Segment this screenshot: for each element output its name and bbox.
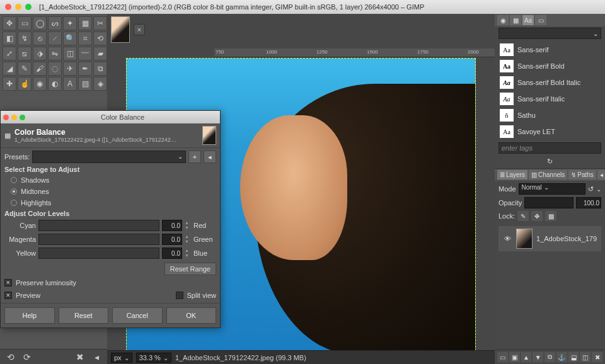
cancel-button[interactable]: Cancel — [112, 307, 163, 324]
perspective-tool-icon[interactable]: ⬗ — [33, 47, 47, 60]
split-view-checkbox[interactable]: Split view — [176, 290, 216, 300]
pencil-tool-icon[interactable]: ✎ — [18, 62, 32, 76]
reset-button[interactable]: Reset — [59, 307, 109, 324]
font-row[interactable]: ñSathu — [498, 107, 601, 123]
font-row[interactable]: AaSans-serif Bold — [498, 58, 601, 74]
spinner-icon[interactable]: ▲▼ — [185, 248, 191, 258]
text-tool-icon[interactable]: A — [63, 77, 77, 91]
crop-tool-icon[interactable]: ⌗ — [78, 31, 92, 45]
new-layer-group-icon[interactable]: ▣ — [509, 352, 520, 362]
undo-icon[interactable]: ⟲ — [5, 351, 16, 363]
redo-icon[interactable]: ⟳ — [21, 351, 33, 363]
rect-select-tool-icon[interactable]: ▭ — [18, 16, 32, 30]
zoom-window-icon[interactable] — [25, 4, 32, 10]
chevron-down-icon[interactable] — [596, 185, 601, 193]
reset-range-button[interactable]: Reset Range — [164, 263, 216, 275]
scale-tool-icon[interactable]: ⤢ — [3, 47, 16, 60]
gradient-tool-icon[interactable]: ◢ — [3, 62, 16, 76]
dialog-zoom-icon[interactable] — [20, 115, 25, 120]
yellow-blue-value[interactable] — [162, 247, 182, 259]
ink-tool-icon[interactable]: ✒ — [78, 62, 92, 76]
foreground-select-tool-icon[interactable]: ◧ — [3, 31, 16, 45]
dialog-close-icon[interactable] — [3, 115, 9, 120]
new-layer-icon[interactable]: ▭ — [497, 352, 508, 362]
range-highlights-radio[interactable]: Highlights — [4, 198, 216, 207]
lock-alpha-icon[interactable]: ▩ — [545, 211, 556, 221]
visibility-toggle-icon[interactable]: 👁 — [502, 234, 512, 244]
documents-tab-icon[interactable]: ▭ — [535, 15, 546, 25]
spinner-icon[interactable]: ▲▼ — [185, 220, 191, 230]
mode-reset-icon[interactable]: ↺ — [588, 185, 594, 193]
eraser-tool-icon[interactable]: ◌ — [48, 62, 62, 76]
measure-tool-icon[interactable]: ⟋ — [48, 31, 62, 45]
merge-layer-icon[interactable]: ⬓ — [568, 352, 579, 362]
help-button[interactable]: Help — [4, 307, 55, 324]
mode-select[interactable]: Normal — [519, 183, 585, 195]
move-tool-icon[interactable]: ✥ — [3, 16, 16, 30]
by-color-select-tool-icon[interactable]: ▦ — [78, 16, 92, 30]
dialog-titlebar[interactable]: Color Balance — [1, 111, 220, 123]
preserve-luminosity-checkbox[interactable]: ✕Preserve luminosity — [4, 278, 216, 288]
layer-row[interactable]: 👁 1_AdobeStock_179 — [498, 226, 601, 251]
presets-select[interactable] — [32, 151, 186, 163]
dialog-minimize-icon[interactable] — [11, 115, 17, 120]
close-window-icon[interactable] — [5, 4, 11, 10]
cyan-red-slider[interactable] — [38, 220, 159, 231]
fonts-tab-icon[interactable]: Aa — [522, 15, 534, 25]
smudge-tool-icon[interactable]: ☝ — [18, 77, 32, 91]
flip-tool-icon[interactable]: ⇋ — [48, 47, 62, 60]
delete-icon[interactable]: ✖ — [74, 351, 86, 363]
paths-tab[interactable]: ↯Paths — [568, 170, 596, 179]
airbrush-tool-icon[interactable]: ✈ — [63, 62, 77, 76]
dock-menu-icon[interactable]: ◂ — [91, 351, 102, 363]
shear-tool-icon[interactable]: ⧅ — [18, 47, 32, 60]
paths-tool-icon[interactable]: ↯ — [18, 31, 32, 45]
align-tool-icon[interactable]: ▤ — [78, 77, 92, 91]
scissors-tool-icon[interactable]: ✂ — [93, 16, 107, 30]
preset-menu-icon[interactable]: ◂ — [204, 151, 216, 163]
ok-button[interactable]: OK — [166, 307, 217, 324]
brushes-tab-icon[interactable]: ◉ — [497, 15, 509, 25]
channels-tab[interactable]: ▥Channels — [529, 170, 567, 179]
font-row[interactable]: AaSavoye LET — [498, 123, 601, 140]
opacity-slider[interactable] — [524, 197, 573, 208]
range-midtones-radio[interactable]: Midtones — [4, 187, 216, 196]
warp-tool-icon[interactable]: 〰 — [78, 47, 92, 60]
cage-tool-icon[interactable]: ◫ — [63, 47, 77, 60]
cyan-red-value[interactable] — [162, 220, 182, 231]
fuzzy-select-tool-icon[interactable]: ✦ — [63, 16, 77, 30]
paintbrush-tool-icon[interactable]: 🖌 — [33, 62, 47, 76]
free-select-tool-icon[interactable]: ᔕ — [48, 16, 62, 30]
duplicate-layer-icon[interactable]: ⧉ — [544, 352, 555, 362]
unified-transform-tool-icon[interactable]: ◈ — [93, 77, 107, 91]
blur-tool-icon[interactable]: ◉ — [33, 77, 47, 91]
minimize-window-icon[interactable] — [15, 4, 21, 10]
spinner-icon[interactable]: ▲▼ — [185, 234, 191, 244]
anchor-layer-icon[interactable]: ⚓ — [556, 352, 567, 362]
font-row[interactable]: AaSans-serif — [498, 42, 601, 58]
clone-tool-icon[interactable]: ⧉ — [93, 62, 107, 76]
ellipse-select-tool-icon[interactable]: ◯ — [33, 16, 47, 30]
preview-checkbox[interactable]: ✕Preview — [4, 290, 40, 300]
raise-layer-icon[interactable]: ▲ — [521, 352, 532, 362]
image-tab-thumbnail[interactable] — [111, 16, 130, 43]
dock-menu-icon[interactable]: ◂ — [597, 170, 605, 179]
opacity-value[interactable] — [576, 197, 601, 208]
mask-layer-icon[interactable]: ◫ — [580, 352, 591, 362]
image-tab-close-icon[interactable]: × — [134, 24, 145, 35]
rotate-tool-icon[interactable]: ⟲ — [93, 31, 107, 45]
patterns-tab-icon[interactable]: ▦ — [510, 15, 521, 25]
font-row[interactable]: AaSans-serif Bold Italic — [498, 74, 601, 91]
bucket-fill-tool-icon[interactable]: ▰ — [93, 47, 107, 60]
lower-layer-icon[interactable]: ▼ — [533, 352, 543, 362]
lock-pixels-icon[interactable]: ✎ — [517, 211, 529, 221]
zoom-selector[interactable]: 33.3 % — [136, 353, 171, 363]
preset-add-icon[interactable]: + — [188, 151, 201, 163]
color-picker-tool-icon[interactable]: ⎋ — [33, 31, 47, 45]
unit-selector[interactable]: px — [111, 353, 132, 363]
font-row[interactable]: AaSans-serif Italic — [498, 91, 601, 107]
range-shadows-radio[interactable]: Shadows — [4, 176, 216, 185]
delete-layer-icon[interactable]: ✖ — [592, 352, 602, 362]
heal-tool-icon[interactable]: ✚ — [3, 77, 16, 91]
yellow-blue-slider[interactable] — [38, 247, 159, 259]
